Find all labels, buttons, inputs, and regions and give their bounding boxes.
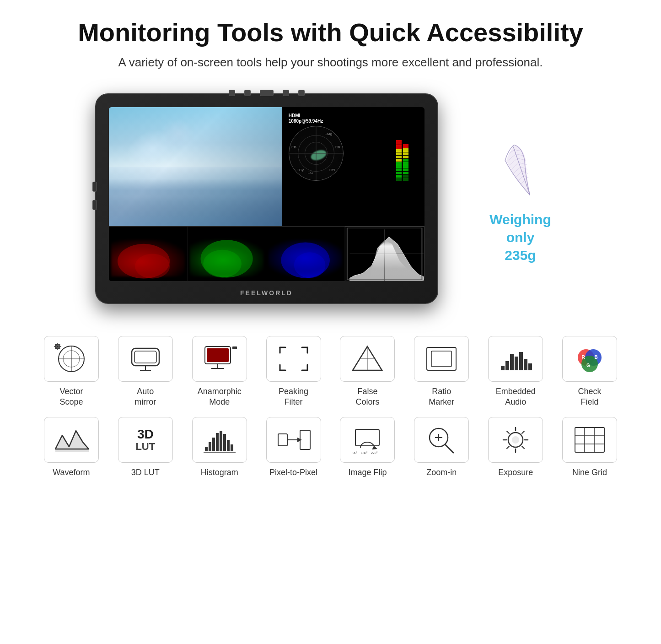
nine-grid-icon-box — [562, 417, 617, 463]
svg-rect-63 — [528, 363, 532, 370]
feature-image-flip: 90° 180° 270° Image Flip — [333, 417, 403, 478]
feature-nine-grid: Nine Grid — [555, 417, 624, 478]
vector-circle-container: □R □Mg □B □Cy □G □Yl — [289, 126, 394, 202]
feature-embedded-audio: EmbeddedAudio — [481, 336, 550, 408]
svg-rect-59 — [510, 354, 514, 370]
zoom-in-icon — [423, 424, 460, 456]
ratio-marker-label: RatioMarker — [429, 386, 454, 408]
side-ports-left — [92, 182, 97, 210]
svg-rect-85 — [355, 429, 379, 446]
histogram-box — [345, 227, 424, 281]
svg-point-4 — [281, 243, 330, 278]
peaking-filter-icon — [275, 343, 312, 375]
svg-point-5 — [294, 252, 326, 278]
top-button — [298, 90, 305, 96]
histogram-icon — [201, 424, 238, 456]
ratio-marker-icon-box — [414, 336, 469, 382]
feature-pixel-to-pixel: Pixel-to-Pixel — [259, 417, 328, 478]
anamorphic-mode-label: AnamorphicMode — [198, 386, 242, 408]
svg-rect-56 — [431, 351, 451, 367]
svg-marker-6 — [350, 237, 424, 281]
3d-lut-text-lut: LUT — [135, 442, 155, 452]
vector-label-g: □G — [308, 171, 313, 175]
feature-peaking-filter: PeakingFilter — [259, 336, 328, 408]
screen-bottom — [109, 226, 425, 281]
svg-text:90°: 90° — [353, 451, 358, 455]
histogram-label: Histogram — [201, 467, 238, 478]
main-title: Monitoring Tools with Quick Accessibilit… — [27, 18, 634, 47]
svg-point-103 — [512, 436, 519, 444]
weight-text: Weighing only235g — [475, 211, 566, 264]
svg-text:270°: 270° — [371, 451, 378, 455]
vector-label-cy: □Cy — [297, 168, 304, 172]
svg-rect-36 — [134, 351, 156, 363]
zoom-in-label: Zoom-in — [426, 467, 457, 478]
auto-mirror-icon-box — [118, 336, 173, 382]
vector-label-r: □R — [335, 145, 340, 149]
screen-top: HDMI 1080p@59.94Hz □R □Mg — [109, 107, 425, 226]
feature-exposure: Exposure — [481, 417, 550, 478]
zoom-in-icon-box — [414, 417, 469, 463]
false-colors-label: FalseColors — [355, 386, 379, 408]
svg-rect-60 — [515, 357, 518, 370]
feature-check-field: R B G CheckField — [555, 336, 624, 408]
nine-grid-icon — [571, 424, 608, 456]
histogram-icon-box — [192, 417, 247, 463]
nine-grid-label: Nine Grid — [572, 467, 607, 478]
waveform-label: Waveform — [53, 467, 90, 478]
image-flip-icon: 90° 180° 270° — [349, 424, 386, 456]
false-colors-icon-box — [340, 336, 395, 382]
svg-rect-57 — [501, 366, 505, 370]
feature-zoom-in: Zoom-in — [407, 417, 476, 478]
right-side-panel: Weighing only235g — [475, 137, 566, 264]
feature-waveform: Waveform — [37, 417, 106, 478]
features-section: VectorScope Automirror — [27, 336, 634, 478]
svg-text:G: G — [586, 363, 590, 368]
top-button — [283, 90, 289, 96]
svg-line-91 — [446, 445, 453, 453]
check-field-label: CheckField — [578, 386, 602, 408]
svg-rect-76 — [220, 431, 222, 451]
audio-meter-right — [403, 126, 408, 181]
pixel-to-pixel-label: Pixel-to-Pixel — [269, 467, 317, 478]
top-button — [229, 90, 235, 96]
vector-label-mg: □Mg — [325, 132, 332, 136]
feather-icon — [498, 137, 543, 201]
svg-rect-81 — [278, 434, 287, 446]
feature-3d-lut: 3D LUT 3D LUT — [111, 417, 180, 478]
svg-rect-74 — [212, 438, 215, 451]
svg-rect-43 — [232, 346, 237, 349]
check-field-icon: R B G — [571, 343, 608, 375]
image-flip-icon-box: 90° 180° 270° — [340, 417, 395, 463]
auto-mirror-icon — [127, 343, 164, 375]
scope-area: □R □Mg □B □Cy □G □Yl — [289, 126, 408, 202]
monitor-body: HDMI 1080p@59.94Hz □R □Mg — [95, 93, 438, 304]
feature-histogram: Histogram — [185, 417, 254, 478]
port — [92, 200, 97, 210]
feature-auto-mirror: Automirror — [111, 336, 180, 408]
svg-point-1 — [135, 254, 170, 278]
svg-text:B: B — [594, 355, 597, 360]
peaking-filter-icon-box — [266, 336, 321, 382]
false-colors-icon — [349, 343, 386, 375]
svg-line-101 — [522, 431, 524, 433]
monitor-section: HDMI 1080p@59.94Hz □R □Mg — [27, 93, 634, 308]
anamorphic-mode-icon — [201, 343, 238, 375]
svg-marker-71 — [55, 431, 89, 452]
svg-line-102 — [507, 446, 509, 449]
landscape-photo — [109, 107, 283, 226]
exposure-icon-box — [488, 417, 543, 463]
check-field-icon-box: R B G — [562, 336, 617, 382]
hdmi-label: HDMI 1080p@59.94Hz — [289, 113, 408, 124]
svg-rect-58 — [505, 361, 509, 370]
port — [92, 182, 97, 192]
exposure-icon — [497, 424, 534, 456]
vector-circle: □R □Mg □B □Cy □G □Yl — [289, 126, 344, 181]
peaking-filter-label: PeakingFilter — [279, 386, 308, 408]
top-button-large — [260, 90, 274, 96]
waveform-red — [109, 227, 188, 281]
svg-point-0 — [118, 244, 170, 279]
svg-rect-40 — [207, 348, 229, 362]
waveform-icon — [53, 424, 90, 456]
monitor-wrapper: HDMI 1080p@59.94Hz □R □Mg — [95, 93, 438, 308]
